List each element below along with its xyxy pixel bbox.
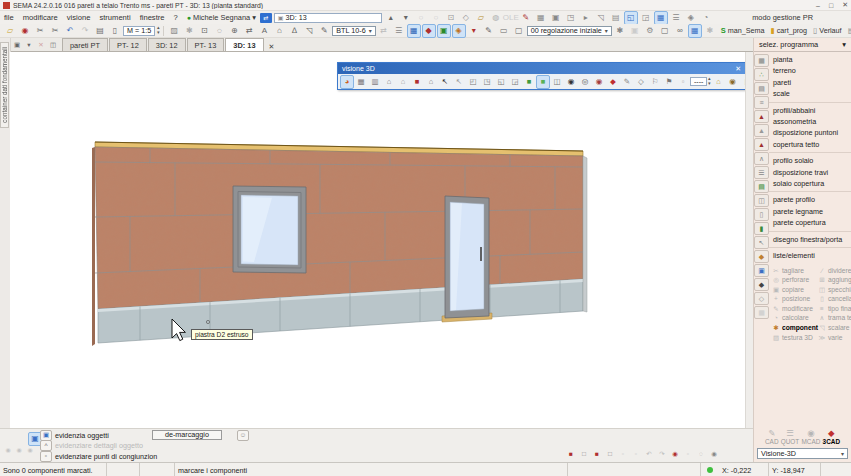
pin-red-icon[interactable]: ◆ — [606, 75, 620, 89]
annotate-icon[interactable]: ✎ — [620, 75, 634, 89]
red-pencil-icon[interactable]: ✎ — [519, 11, 533, 25]
spin-up-icon[interactable]: ▴ — [384, 11, 398, 25]
undo-icon[interactable]: ↶ — [63, 24, 77, 38]
group3-icon[interactable]: ◉ — [25, 445, 35, 455]
scale-icon[interactable]: ≡ — [754, 96, 769, 109]
cursor2-icon[interactable]: ↖ — [754, 236, 769, 249]
copy-disabled-icon[interactable]: ▣ — [628, 24, 642, 38]
scale-field[interactable]: M = 1:5 — [123, 26, 155, 36]
cmd-perforare[interactable]: ◎perforare — [772, 275, 818, 285]
snap-mode-icon[interactable]: ◲ — [639, 11, 653, 25]
container-dati-fondamentali-tab[interactable]: container dati fondamentali — [0, 42, 9, 128]
iso-view-sw-icon[interactable]: ◰ — [466, 75, 480, 89]
pan-icon[interactable]: ⊕ — [227, 24, 241, 38]
cmd-copiare[interactable]: ▣copiare — [772, 285, 818, 295]
red-marker-toggle-icon[interactable]: ◆ — [422, 24, 436, 38]
albero-icon[interactable]: ▲ — [754, 110, 769, 123]
door-element[interactable] — [442, 196, 492, 322]
view-number-field[interactable]: ---- — [690, 77, 707, 86]
ruler-icon[interactable]: ▭ — [497, 24, 511, 38]
pareti-icon[interactable]: ▤ — [754, 82, 769, 95]
undo-mark-icon[interactable]: ↶ — [643, 448, 655, 460]
tab-close-icon[interactable]: ✕ — [269, 43, 275, 51]
orange-marker-toggle-icon[interactable]: ◈ — [452, 24, 466, 38]
verlauf-button[interactable]: ▯Verlauf — [813, 26, 842, 35]
lock-icon[interactable]: ⊡ — [444, 11, 458, 25]
regolazione-select[interactable]: 00 regolazione iniziale▾ — [527, 26, 612, 36]
grid-toggle-icon[interactable]: ▦ — [654, 11, 668, 25]
sidebar-item-profilo-solaio[interactable]: profilo solaio — [769, 152, 851, 166]
camera-icon[interactable]: ◉ — [564, 75, 578, 89]
tab-3d-13[interactable]: 3D: 13 — [225, 38, 263, 51]
walkthrough-icon[interactable]: ◫ — [550, 75, 564, 89]
dim-tool-icon[interactable]: ◹ — [302, 24, 316, 38]
maximize-button[interactable]: □ — [829, 2, 833, 9]
selez-programma-header[interactable]: selez. programma ▾ — [754, 38, 851, 52]
pin-light-icon[interactable]: ◇ — [754, 292, 769, 305]
layers-icon[interactable]: ☰ — [669, 11, 683, 25]
monitor-icon[interactable]: ▢ — [658, 24, 672, 38]
mode-quot[interactable]: ☰QUOT — [781, 429, 799, 445]
cmd-calcolare[interactable]: ◔calcolare — [772, 313, 818, 323]
cmd-varie[interactable]: ≫varie — [818, 333, 851, 343]
tab-pt-12[interactable]: PT- 12 — [109, 38, 147, 51]
mark-prev2-icon[interactable]: □ — [578, 448, 590, 460]
house-view2-icon[interactable]: ⌂ — [396, 75, 410, 89]
swap-view-icon[interactable]: ⇄ — [242, 24, 256, 38]
sidebar-item-parete-legname[interactable]: parete legname — [769, 206, 851, 217]
grid-snap-icon[interactable]: ▦ — [688, 24, 702, 38]
menu-help[interactable]: ? — [174, 13, 178, 22]
parete-copertura-icon[interactable]: ▮ — [754, 222, 769, 235]
import-icon[interactable]: ◉ — [18, 24, 32, 38]
redo-icon[interactable]: ↷ — [78, 24, 92, 38]
highlight-icon[interactable]: ▨ — [167, 24, 181, 38]
house-view-icon[interactable]: ⌂ — [382, 75, 396, 89]
marked-drop-icon[interactable]: ▾ — [23, 39, 35, 51]
globe-icon[interactable]: ◍ — [489, 11, 503, 25]
travi-icon[interactable]: ☰ — [754, 166, 769, 179]
letter-a-icon[interactable]: A — [257, 24, 271, 38]
window-tool-icon[interactable]: ▢ — [512, 24, 526, 38]
home-icon[interactable]: ⌂ — [272, 24, 286, 38]
close-icon[interactable]: ✕ — [735, 65, 741, 73]
terreno-icon[interactable]: ∴ — [754, 68, 769, 81]
frame-icon[interactable]: ▫ — [682, 448, 694, 460]
gear-icon[interactable]: ⚙ — [643, 24, 657, 38]
menu-finestre[interactable]: finestre — [140, 13, 165, 22]
close-button[interactable]: ✕ — [842, 1, 848, 9]
measure-icon[interactable]: ◹ — [594, 11, 608, 25]
red-fill-icon[interactable]: ■ — [410, 75, 424, 89]
parete-finestra-icon[interactable]: ◫ — [754, 194, 769, 207]
cube-icon[interactable]: ◈ — [684, 11, 698, 25]
group1-icon[interactable]: ◉ — [3, 445, 13, 455]
green-marker-toggle-icon[interactable]: ▣ — [437, 24, 451, 38]
cmd-specchiare[interactable]: ◫specchiare — [818, 285, 851, 295]
refresh-icon[interactable]: ✱ — [182, 24, 196, 38]
pencil-icon[interactable]: ✎ — [317, 24, 331, 38]
cmd-testura-3d[interactable]: ▨testura 3D — [772, 333, 818, 343]
menu-file[interactable]: file — [4, 13, 14, 22]
grid-icon[interactable]: ▦ — [534, 11, 548, 25]
sidebar-item-solaio-copertura[interactable]: solaio copertura — [769, 178, 851, 189]
roof-tool-icon[interactable]: ∆ — [287, 24, 301, 38]
marked-list-icon[interactable]: ▣ — [11, 39, 23, 51]
cut-special-icon[interactable]: ✂ — [48, 24, 62, 38]
cart-prog-button[interactable]: ▮cart_prog — [771, 26, 808, 35]
cmd-posizione[interactable]: +posizione — [772, 294, 818, 304]
albero3-icon[interactable]: ▲ — [754, 138, 769, 151]
fan-icon[interactable]: ✱ — [613, 24, 627, 38]
tetto-icon[interactable]: ∧ — [754, 152, 769, 165]
red-drop-icon[interactable]: ▾ — [467, 24, 481, 38]
parete-legname-icon[interactable]: ▯ — [754, 208, 769, 221]
sysinfo-button[interactable]: ▤SysInfo — [848, 26, 851, 35]
tab-3d-12[interactable]: 3D: 12 — [148, 38, 186, 51]
mode-cad[interactable]: ✎CAD — [765, 429, 779, 445]
wire-window2-icon[interactable]: ▥ — [368, 75, 382, 89]
mark-next-icon[interactable]: ■ — [591, 448, 603, 460]
zoom-page-icon[interactable]: ⊡ — [197, 24, 211, 38]
grid-light-icon[interactable]: ▦ — [754, 306, 769, 319]
de-marcaggio-button[interactable]: de-marcaggio — [152, 430, 222, 440]
split-view-icon[interactable]: ◫ — [47, 39, 59, 51]
record-icon[interactable]: ◉ — [669, 448, 681, 460]
cmd-modificare[interactable]: ✎modificare — [772, 304, 818, 314]
